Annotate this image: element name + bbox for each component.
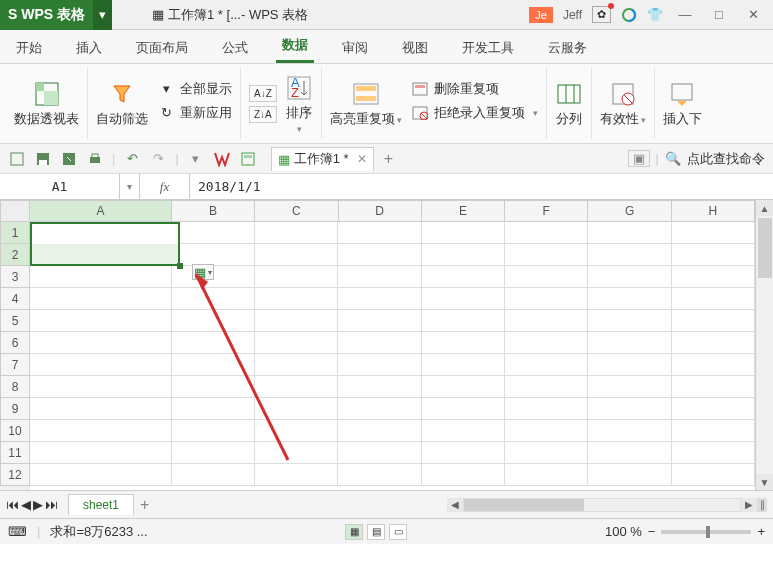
qat-dropdown[interactable]: ▾ <box>187 150 205 168</box>
fill-handle[interactable] <box>177 263 183 269</box>
sort-button[interactable]: AZ 排序▾ <box>285 74 313 134</box>
new-button[interactable] <box>8 150 26 168</box>
cell-D4[interactable] <box>338 288 421 310</box>
cell-A10[interactable] <box>30 420 172 442</box>
tab-insert[interactable]: 插入 <box>70 33 108 63</box>
cell-F10[interactable] <box>505 420 588 442</box>
cell-B11[interactable] <box>172 442 255 464</box>
fx-label[interactable]: fx <box>140 174 190 199</box>
save-button[interactable] <box>34 150 52 168</box>
cell-A7[interactable] <box>30 354 172 376</box>
cell-E10[interactable] <box>422 420 505 442</box>
app-menu-dropdown[interactable]: ▾ <box>93 0 112 30</box>
cell-F5[interactable] <box>505 310 588 332</box>
cell-A11[interactable] <box>30 442 172 464</box>
cell-C10[interactable] <box>255 420 338 442</box>
cell-A12[interactable] <box>30 464 172 486</box>
validation-button[interactable]: 有效性▾ <box>600 80 646 128</box>
col-header-B[interactable]: B <box>172 200 255 222</box>
row-header-3[interactable]: 3 <box>0 266 30 288</box>
cell-B2[interactable] <box>172 244 255 266</box>
cell-D12[interactable] <box>338 464 421 486</box>
close-tab-button[interactable]: ✕ <box>357 152 367 166</box>
scroll-left-button[interactable]: ◀ <box>447 498 463 512</box>
split-handle[interactable]: ∥ <box>757 498 767 512</box>
col-header-G[interactable]: G <box>588 200 671 222</box>
tab-data[interactable]: 数据 <box>276 30 314 63</box>
user-avatar[interactable]: Je <box>529 7 553 23</box>
insert-dropdown-button[interactable]: 插入下 <box>663 80 702 128</box>
cell-E5[interactable] <box>422 310 505 332</box>
horizontal-scrollbar[interactable]: ◀ ▶ ∥ <box>447 498 767 512</box>
cell-H3[interactable] <box>672 266 755 288</box>
cell-A2[interactable]: 2018年2月 <box>30 244 172 266</box>
cell-G5[interactable] <box>588 310 671 332</box>
cell-F11[interactable] <box>505 442 588 464</box>
cell-G1[interactable] <box>588 222 671 244</box>
cell-G8[interactable] <box>588 376 671 398</box>
cell-A5[interactable] <box>30 310 172 332</box>
formula-input[interactable]: 2018/1/1 <box>190 174 773 199</box>
cell-C7[interactable] <box>255 354 338 376</box>
input-mode-icon[interactable]: ⌨ <box>8 524 27 539</box>
cell-C11[interactable] <box>255 442 338 464</box>
cell-H5[interactable] <box>672 310 755 332</box>
cell-B9[interactable] <box>172 398 255 420</box>
cell-E3[interactable] <box>422 266 505 288</box>
maximize-button[interactable]: □ <box>707 5 731 25</box>
sort-desc-button[interactable]: Z↓A <box>249 106 277 123</box>
tab-view[interactable]: 视图 <box>396 33 434 63</box>
cell-E4[interactable] <box>422 288 505 310</box>
cell-E9[interactable] <box>422 398 505 420</box>
cell-B4[interactable] <box>172 288 255 310</box>
cell-B10[interactable] <box>172 420 255 442</box>
cell-H2[interactable] <box>672 244 755 266</box>
row-header-1[interactable]: 1 <box>0 222 30 244</box>
cell-H7[interactable] <box>672 354 755 376</box>
zoom-slider[interactable] <box>661 530 751 534</box>
row-header-2[interactable]: 2 <box>0 244 30 266</box>
row-header-6[interactable]: 6 <box>0 332 30 354</box>
hscroll-thumb[interactable] <box>464 499 584 511</box>
cell-H10[interactable] <box>672 420 755 442</box>
cell-E1[interactable] <box>422 222 505 244</box>
cell-C1[interactable] <box>255 222 338 244</box>
saveas-button[interactable] <box>60 150 78 168</box>
cell-C4[interactable] <box>255 288 338 310</box>
tab-review[interactable]: 审阅 <box>336 33 374 63</box>
cell-E2[interactable] <box>422 244 505 266</box>
search-command-input[interactable]: 点此查找命令 <box>687 150 765 168</box>
cell-B8[interactable] <box>172 376 255 398</box>
cell-E6[interactable] <box>422 332 505 354</box>
cell-F4[interactable] <box>505 288 588 310</box>
row-header-9[interactable]: 9 <box>0 398 30 420</box>
template-icon[interactable] <box>239 150 257 168</box>
cell-A6[interactable] <box>30 332 172 354</box>
cell-B5[interactable] <box>172 310 255 332</box>
cell-F6[interactable] <box>505 332 588 354</box>
show-all-button[interactable]: ▾全部显示 <box>158 80 232 98</box>
cell-G12[interactable] <box>588 464 671 486</box>
cell-D6[interactable] <box>338 332 421 354</box>
cell-F12[interactable] <box>505 464 588 486</box>
cell-A9[interactable] <box>30 398 172 420</box>
cell-C8[interactable] <box>255 376 338 398</box>
name-box[interactable]: A1 <box>0 174 120 199</box>
reject-dup-button[interactable]: 拒绝录入重复项▾ <box>412 104 538 122</box>
close-button[interactable]: ✕ <box>741 5 765 25</box>
select-all-corner[interactable] <box>0 200 30 222</box>
undo-button[interactable]: ↶ <box>123 150 141 168</box>
cell-B1[interactable] <box>172 222 255 244</box>
cell-E11[interactable] <box>422 442 505 464</box>
cell-C9[interactable] <box>255 398 338 420</box>
remove-dup-button[interactable]: 删除重复项 <box>412 80 538 98</box>
cell-D5[interactable] <box>338 310 421 332</box>
cell-B12[interactable] <box>172 464 255 486</box>
cell-C12[interactable] <box>255 464 338 486</box>
split-button[interactable]: 分列 <box>555 80 583 128</box>
user-name[interactable]: Jeff <box>563 8 582 22</box>
view-normal-button[interactable]: ▦ <box>345 524 363 540</box>
cell-D3[interactable] <box>338 266 421 288</box>
pivot-table-button[interactable]: 数据透视表 <box>14 80 79 128</box>
cell-A8[interactable] <box>30 376 172 398</box>
